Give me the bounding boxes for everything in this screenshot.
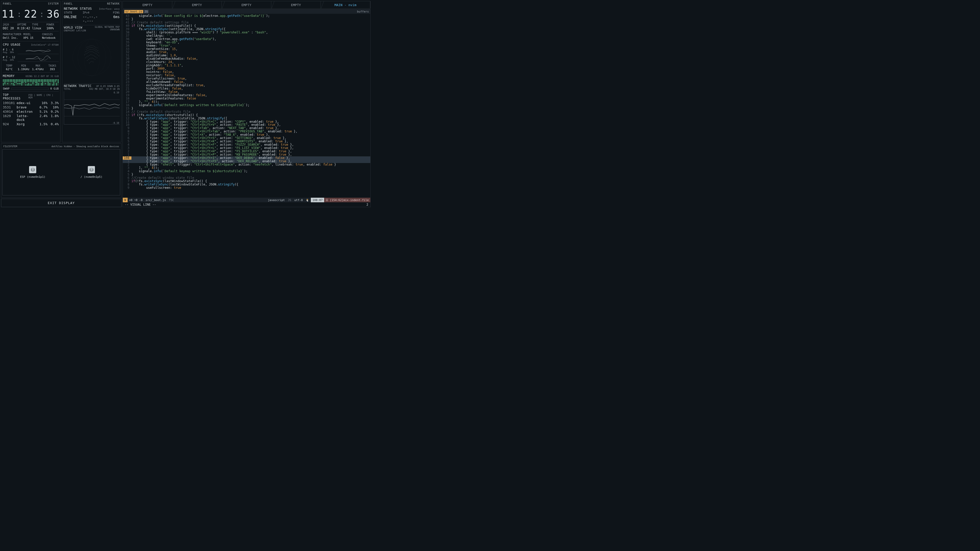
system-info-grid: 2020 UPTIME TYPE POWER DEC 20 0:19:42 li… xyxy=(3,23,59,30)
tab-main-nvim[interactable]: MAIN - nvim xyxy=(321,1,370,8)
cpu-usage-title: CPU USAGE xyxy=(3,43,21,46)
svg-point-13 xyxy=(87,48,88,49)
code-editor[interactable]: s/_boot.jsJS buffers 43 signale.info(`Ba… xyxy=(123,9,371,207)
svg-point-50 xyxy=(92,55,92,55)
globe-visualization xyxy=(64,32,120,83)
power-value: 100% xyxy=(46,27,59,30)
panel-type: NETWORK xyxy=(107,2,120,5)
code-line[interactable]: 16 signale.info(`Default settings writte… xyxy=(123,103,370,107)
file-path: src/_boot.js xyxy=(144,198,167,202)
filesystem-panel: FILESYSTEM dotfiles hidden - Showing ava… xyxy=(1,143,121,198)
file-language: javascript xyxy=(266,198,286,202)
code-line[interactable]: 43 signale.info(`Base config dir is ${el… xyxy=(123,14,370,17)
svg-point-44 xyxy=(99,56,99,56)
svg-point-10 xyxy=(95,47,96,48)
memory-usage: USING 12.2 OUT OF 31 GiB xyxy=(25,75,59,78)
disk-icon: ⛁ xyxy=(88,166,95,173)
svg-point-20 xyxy=(96,49,97,50)
memory-grid xyxy=(3,78,59,86)
code-line[interactable]: 18 experimentalFeatures: false xyxy=(123,97,370,100)
svg-point-46 xyxy=(86,57,87,57)
svg-point-26 xyxy=(90,49,91,50)
fs-device-esp[interactable]: ⛁ ESP (nvme0n1p1) xyxy=(20,166,45,179)
tab-empty-3[interactable]: EMPTY xyxy=(222,1,271,8)
process-row[interactable]: 924Xorg1.5%0.4% xyxy=(3,122,59,126)
code-area[interactable]: 43 signale.info(`Base config dir is ${el… xyxy=(123,14,370,198)
process-row[interactable]: 3531brave6.7%10% xyxy=(3,105,59,110)
vim-count: 2 xyxy=(366,203,368,206)
traffic-chart: 0.10 -0.10 xyxy=(64,91,120,124)
code-line[interactable]: 9 useFullscreen: true xyxy=(123,186,370,189)
endpoint-value: UNKNOWN xyxy=(95,28,120,31)
svg-point-48 xyxy=(89,55,89,56)
svg-point-8 xyxy=(93,46,94,46)
cpu-temp: 62°C xyxy=(3,68,16,71)
clock: 11 : 22 : 36 xyxy=(3,6,59,21)
hardware-info: MANUFACTURER MODEL CHASSIS Dell Inc. XPS… xyxy=(3,32,59,41)
svg-point-6 xyxy=(90,46,91,46)
svg-point-25 xyxy=(89,49,89,50)
svg-point-40 xyxy=(94,52,94,52)
svg-point-60 xyxy=(94,59,94,59)
clock-seconds: 36 xyxy=(47,8,60,20)
endpoint-label: ENDPOINT LAT/LON xyxy=(64,29,86,32)
svg-point-14 xyxy=(89,48,89,48)
fs-device-root[interactable]: ⛁ / (nvme0n1p5) xyxy=(80,166,102,179)
cpu-cores-1-label: # 1 - 6 xyxy=(3,48,16,51)
process-row[interactable]: 199101edex-ui16%3.3% xyxy=(3,101,59,105)
tab-empty-4[interactable]: EMPTY xyxy=(271,1,321,8)
network-traffic-title: NETWORK TRAFFIC xyxy=(64,84,91,88)
svg-point-1 xyxy=(78,39,106,76)
process-row[interactable]: 1629latte-dock2.4%1.8% xyxy=(3,114,59,122)
process-row[interactable]: 43014electron5.1%9.2% xyxy=(3,110,59,114)
svg-point-51 xyxy=(93,55,94,56)
cpu-min: 1.19GHz xyxy=(17,68,30,71)
swap-value: 0 GiB xyxy=(50,87,59,90)
svg-point-9 xyxy=(94,46,95,47)
swap-bar xyxy=(11,88,49,90)
svg-point-27 xyxy=(92,49,92,50)
svg-point-63 xyxy=(90,62,91,62)
svg-point-39 xyxy=(92,52,93,52)
uptime-value: 0:19:42 xyxy=(17,27,30,30)
date-value: DEC 20 xyxy=(3,27,15,30)
svg-point-36 xyxy=(88,52,89,52)
lint-warning: ☰ [154:62]mix-indent-file xyxy=(324,198,370,202)
system-panel: PANEL SYSTEM 11 : 22 : 36 2020 UPTIME TY… xyxy=(1,1,60,142)
network-panel: PANEL NETWORK NETWORK STATUS Interface: … xyxy=(62,1,121,142)
code-line[interactable]: 2 { type: "shell", trigger: "Ctrl+Shift+… xyxy=(123,163,370,166)
vim-mode: V xyxy=(123,198,127,202)
clock-minutes: 22 xyxy=(24,8,37,20)
svg-point-30 xyxy=(95,51,96,51)
svg-point-56 xyxy=(88,59,89,60)
svg-point-4 xyxy=(88,46,88,47)
world-view-title: WORLD VIEW xyxy=(64,26,86,29)
file-encoding: utf-8 xyxy=(293,198,304,202)
panel-label: PANEL xyxy=(3,2,12,5)
filesystem-title: FILESYSTEM xyxy=(3,145,17,148)
svg-point-2 xyxy=(84,39,100,76)
tab-empty-1[interactable]: EMPTY xyxy=(123,1,172,8)
tab-empty-2[interactable]: EMPTY xyxy=(172,1,222,8)
cpu-model: Intel®Core™ i7-9750H xyxy=(31,44,59,46)
top-processes-title: TOP PROCESSES xyxy=(3,93,28,100)
svg-point-11 xyxy=(97,48,97,48)
svg-point-53 xyxy=(95,57,96,57)
svg-point-61 xyxy=(95,59,95,60)
svg-point-54 xyxy=(97,58,97,58)
buffers-label[interactable]: buffers xyxy=(357,10,369,13)
code-line[interactable]: 4 signale.info(`Default keymap written t… xyxy=(123,170,370,173)
svg-point-17 xyxy=(92,48,93,48)
network-ipv4: --.--.--.--- xyxy=(83,15,101,23)
code-line[interactable]: 12 fs.writeFileSync(shortcutsFile, JSON.… xyxy=(123,117,370,120)
exit-display-button[interactable]: EXIT DISPLAY xyxy=(1,199,121,207)
svg-point-43 xyxy=(97,55,98,55)
model-value: XPS 15 xyxy=(23,36,40,40)
traffic-total: 842 MB OUT, 30.9 GB IN xyxy=(89,88,120,90)
svg-point-41 xyxy=(95,53,95,53)
vim-cmdline: -- VISUAL LINE -- xyxy=(125,203,156,206)
manufacturer-value: Dell Inc. xyxy=(3,36,21,40)
diff-status: +0 ~0 -0 xyxy=(127,198,144,202)
svg-point-35 xyxy=(87,53,88,53)
svg-point-29 xyxy=(94,50,95,51)
